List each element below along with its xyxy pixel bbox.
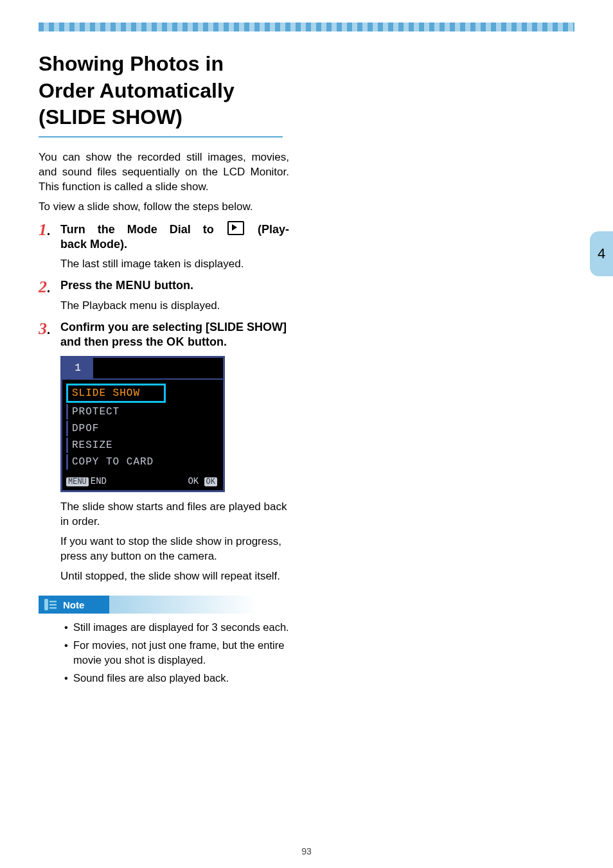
lcd-bottom-right: OK OK bbox=[188, 476, 219, 486]
lcd-item-resize: RESIZE bbox=[66, 438, 166, 453]
step-1-desc: The last still image taken is displayed. bbox=[60, 257, 289, 272]
note-item-3: Sound files are also played back. bbox=[73, 671, 229, 685]
section-tab: 4 bbox=[590, 231, 613, 276]
menu-button-label: MENU bbox=[116, 279, 151, 292]
svg-rect-3 bbox=[49, 607, 57, 609]
svg-rect-0 bbox=[44, 599, 48, 610]
page: Showing Photos in Order Automatically (S… bbox=[0, 0, 613, 868]
step-1-number: 1. bbox=[39, 221, 60, 272]
note-header: Note bbox=[39, 596, 257, 614]
lcd-menu-screenshot: 1 SLIDE SHOW PROTECT DPOF RESIZE COPY TO… bbox=[60, 356, 225, 492]
step-1: 1. Turn the Mode Dial to (Play- back Mod… bbox=[39, 221, 289, 272]
content-column: Showing Photos in Order Automatically (S… bbox=[39, 51, 289, 685]
note-bullets: •Still images are displayed for 3 second… bbox=[64, 620, 289, 685]
lcd-item-copy: COPY TO CARD bbox=[66, 454, 166, 470]
page-number: 93 bbox=[0, 846, 613, 856]
step-3-desc-1: The slide show starts and files are play… bbox=[60, 500, 289, 529]
step-3-desc-3: Until stopped, the slide show will repea… bbox=[60, 569, 289, 584]
step-3: 3. Confirm you are selecting [SLIDE SHOW… bbox=[39, 320, 289, 350]
decorative-top-border bbox=[39, 22, 574, 31]
note-item-1: Still images are displayed for 3 seconds… bbox=[73, 620, 289, 634]
step-3-heading: Confirm you are selecting [SLIDE SHOW] a… bbox=[60, 320, 289, 350]
step-2-heading: Press the MENU button. bbox=[60, 278, 289, 293]
note-item-2: For movies, not just one frame, but the … bbox=[73, 638, 289, 667]
svg-rect-1 bbox=[49, 601, 57, 603]
lcd-menu-items: SLIDE SHOW PROTECT DPOF RESIZE COPY TO C… bbox=[62, 380, 223, 474]
lcd-item-dpof: DPOF bbox=[66, 421, 166, 436]
step-1-heading: Turn the Mode Dial to (Play- back Mode). bbox=[60, 221, 289, 252]
intro-paragraph-2: To view a slide show, follow the steps b… bbox=[39, 200, 289, 215]
title-underline bbox=[39, 136, 283, 137]
intro-paragraph-1: You can show the recorded still images, … bbox=[39, 150, 289, 195]
playback-icon bbox=[227, 221, 244, 235]
lcd-bottom-left: MENUEND bbox=[66, 476, 107, 486]
lcd-item-protect: PROTECT bbox=[66, 404, 166, 420]
svg-rect-2 bbox=[49, 604, 57, 606]
step-2: 2. Press the MENU button. The Playback m… bbox=[39, 278, 289, 313]
step-2-desc: The Playback menu is displayed. bbox=[60, 299, 289, 314]
lcd-tab: 1 bbox=[62, 358, 93, 380]
lcd-item-slideshow: SLIDE SHOW bbox=[66, 384, 166, 403]
section-title: Showing Photos in Order Automatically (S… bbox=[39, 51, 283, 131]
step-3-number: 3. bbox=[39, 320, 60, 350]
note-label: Note bbox=[63, 599, 84, 610]
ok-button-label: OK bbox=[166, 335, 184, 348]
step-3-desc-2: If you want to stop the slide show in pr… bbox=[60, 535, 289, 564]
note-icon bbox=[41, 596, 59, 614]
step-2-number: 2. bbox=[39, 278, 60, 313]
